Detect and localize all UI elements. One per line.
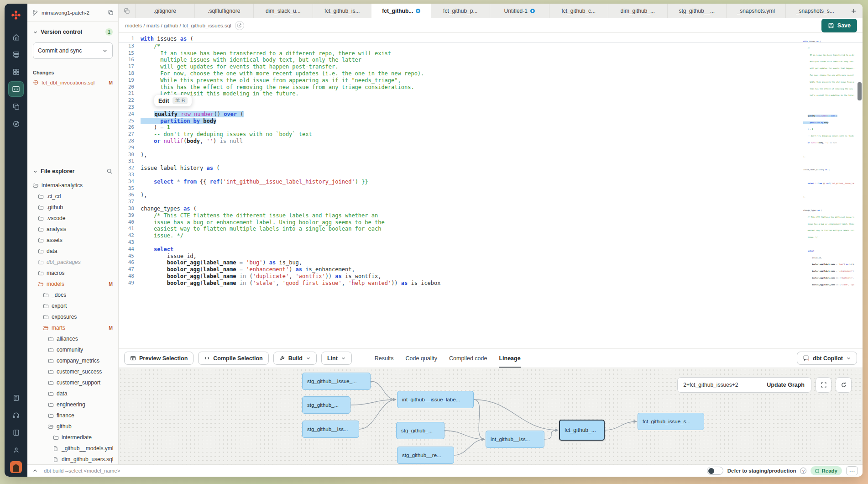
tree-item-exposures[interactable]: exposures bbox=[33, 311, 113, 322]
lineage-node-n6[interactable]: stg_github__re... bbox=[397, 447, 454, 464]
code-line-46[interactable]: 46 boolor_agg(label_name = 'bug') as is_… bbox=[119, 259, 863, 266]
code-line-33[interactable]: 33 bbox=[119, 172, 863, 179]
code-line-15[interactable]: 15 If an issue has been transferred to a… bbox=[119, 50, 863, 57]
code-line-42[interactable]: 42 issue. */ bbox=[119, 232, 863, 239]
code-line-23[interactable]: 23 bbox=[119, 104, 863, 111]
tree-item-data[interactable]: data bbox=[33, 388, 113, 399]
changed-file-item[interactable]: fct_dbt_invocations.sql M bbox=[33, 79, 113, 85]
tree-item-models[interactable]: modelsM bbox=[33, 279, 113, 289]
code-line-32[interactable]: 32issue_label_history as ( bbox=[119, 165, 863, 172]
tree-item--github[interactable]: .github bbox=[33, 202, 113, 213]
code-line-43[interactable]: 43 bbox=[119, 239, 863, 246]
ide-code-icon[interactable] bbox=[8, 81, 24, 97]
more-options-button[interactable]: ⋯ bbox=[846, 466, 858, 475]
tree-item--vscode[interactable]: .vscode bbox=[33, 213, 113, 224]
apps-grid-icon[interactable] bbox=[8, 64, 24, 79]
defer-toggle[interactable] bbox=[707, 467, 723, 475]
tree-item-customer-support[interactable]: customer_support bbox=[33, 377, 113, 388]
tab-lineage[interactable]: Lineage bbox=[499, 349, 520, 368]
tab-compiled-code[interactable]: Compiled code bbox=[449, 349, 487, 368]
tree-item-assets[interactable]: assets bbox=[33, 235, 113, 246]
code-line-19[interactable]: 19 While this prevents the old issue fro… bbox=[119, 77, 863, 84]
tree-item-marts[interactable]: martsM bbox=[33, 322, 113, 333]
tab-list-icon[interactable] bbox=[119, 4, 135, 18]
tab-results[interactable]: Results bbox=[375, 349, 394, 368]
code-editor[interactable]: 1with issues as (13 /*15 If an issue has… bbox=[119, 33, 863, 348]
notes-clipboard-icon[interactable] bbox=[8, 390, 24, 405]
code-line-38[interactable]: 38change_types as ( bbox=[119, 205, 863, 212]
version-control-header[interactable]: Version control 1 bbox=[33, 28, 113, 36]
code-line-41[interactable]: 41 easiest way to flatten multiple label… bbox=[119, 226, 863, 232]
help-icon[interactable]: ? bbox=[800, 468, 806, 474]
editor-tab[interactable]: fct_github_c... bbox=[549, 4, 608, 18]
code-line-29[interactable]: 29 bbox=[119, 145, 863, 152]
code-line-26[interactable]: 26 ) = 1 bbox=[119, 124, 863, 131]
tree-item-intermediate[interactable]: intermediate bbox=[33, 432, 113, 443]
editor-tab[interactable]: .gitignore bbox=[135, 4, 194, 18]
commit-and-sync-select[interactable]: Commit and sync bbox=[33, 42, 113, 59]
editor-tab[interactable]: fct_github... bbox=[371, 4, 431, 18]
new-tab-button[interactable] bbox=[844, 4, 863, 18]
lineage-node-n3[interactable]: stg_github__iss... bbox=[302, 421, 359, 438]
user-avatar[interactable] bbox=[10, 461, 22, 473]
tree-item-alliances[interactable]: alliances bbox=[33, 333, 113, 344]
tree-item-company-metrics[interactable]: company_metrics bbox=[33, 355, 113, 366]
file-explorer-header[interactable]: File explorer bbox=[33, 168, 113, 174]
code-line-27[interactable]: 27 -- don't try deduping issues with no … bbox=[119, 131, 863, 138]
tree-item-community[interactable]: community bbox=[33, 344, 113, 355]
copy-branch-icon[interactable] bbox=[108, 10, 114, 16]
lineage-selector-input[interactable] bbox=[678, 378, 760, 392]
tree-item-internal-analytics[interactable]: internal-analytics bbox=[33, 180, 113, 191]
lineage-node-n8[interactable]: fct_github_... bbox=[559, 420, 605, 441]
code-line-22[interactable]: 22 bbox=[119, 97, 863, 104]
code-line-31[interactable]: 31 bbox=[119, 158, 863, 165]
tab-code-quality[interactable]: Code quality bbox=[406, 349, 438, 368]
code-line-45[interactable]: 45 issue_id, bbox=[119, 253, 863, 260]
deploy-stack-icon[interactable] bbox=[8, 47, 24, 62]
code-line-28[interactable]: 28 or nullif(body, '') is null bbox=[119, 138, 863, 145]
lineage-node-n2[interactable]: stg_github_... bbox=[302, 396, 350, 414]
tree-item-engineering[interactable]: engineering bbox=[33, 399, 113, 410]
code-line-21[interactable]: 21 Let's revisit this modeling in the fu… bbox=[119, 90, 863, 97]
compile-selection-button[interactable]: Compile Selection bbox=[198, 352, 268, 365]
tree-item--docs[interactable]: _docs bbox=[33, 289, 113, 300]
preview-selection-button[interactable]: Preview Selection bbox=[124, 352, 193, 365]
code-line-44[interactable]: 44 select bbox=[119, 246, 863, 253]
editor-tab[interactable]: stg_github__... bbox=[667, 4, 727, 18]
code-line-36[interactable]: 36), bbox=[119, 192, 863, 199]
editor-tab[interactable]: fct_github_p... bbox=[431, 4, 490, 18]
editor-tab[interactable]: dim_slack_u... bbox=[253, 4, 313, 18]
explore-compass-icon[interactable] bbox=[8, 116, 24, 132]
tree-item-macros[interactable]: macros bbox=[33, 268, 113, 279]
code-line-49[interactable]: 49 boolor_agg(label_name in ('stale', 'g… bbox=[119, 280, 863, 287]
tree-item-export[interactable]: export bbox=[33, 300, 113, 311]
editor-minimap[interactable]: with issues as ( /* If an issue has been… bbox=[803, 40, 854, 287]
editor-tab[interactable]: dim_github_... bbox=[608, 4, 667, 18]
lineage-node-n1[interactable]: stg_github__issue_... bbox=[302, 373, 371, 390]
git-branch-row[interactable]: mirnawong1-patch-2 bbox=[27, 4, 118, 22]
breadcrumb-link-icon[interactable] bbox=[235, 21, 244, 30]
collapse-panel-icon[interactable] bbox=[30, 466, 40, 475]
build-button[interactable]: Build bbox=[273, 352, 317, 365]
code-line-13[interactable]: 13 /* bbox=[119, 43, 863, 50]
tree-item-dbt-packages[interactable]: dbt_packages bbox=[33, 257, 113, 268]
editor-tab[interactable]: fct_github_is... bbox=[313, 4, 372, 18]
dbt-command-input[interactable] bbox=[44, 468, 703, 473]
update-graph-button[interactable]: Update Graph bbox=[760, 378, 811, 392]
lineage-node-n5[interactable]: stg_github_... bbox=[396, 422, 444, 439]
tree-item--github-models-yml[interactable]: _github__models.yml bbox=[33, 443, 113, 454]
lineage-node-n9[interactable]: fct_github_issue_s... bbox=[638, 413, 704, 430]
lint-button[interactable]: Lint bbox=[321, 352, 352, 365]
docs-book-icon[interactable] bbox=[8, 425, 24, 440]
headphones-support-icon[interactable] bbox=[8, 407, 24, 423]
tree-item-finance[interactable]: finance bbox=[33, 410, 113, 421]
tree-item-github[interactable]: github bbox=[33, 421, 113, 432]
home-icon[interactable] bbox=[8, 29, 24, 45]
account-user-icon[interactable] bbox=[8, 442, 24, 458]
lineage-node-n4[interactable]: int_github__issue_labe... bbox=[397, 391, 474, 408]
code-line-16[interactable]: 16 multiple issues with identical body t… bbox=[119, 57, 863, 63]
fullscreen-icon-button[interactable] bbox=[816, 377, 831, 393]
code-line-47[interactable]: 47 boolor_agg(label_name = 'enhancement'… bbox=[119, 266, 863, 273]
code-line-39[interactable]: 39 /* This CTE flattens the different is… bbox=[119, 212, 863, 219]
editor-tab[interactable]: .sqlfluffignore bbox=[194, 4, 254, 18]
